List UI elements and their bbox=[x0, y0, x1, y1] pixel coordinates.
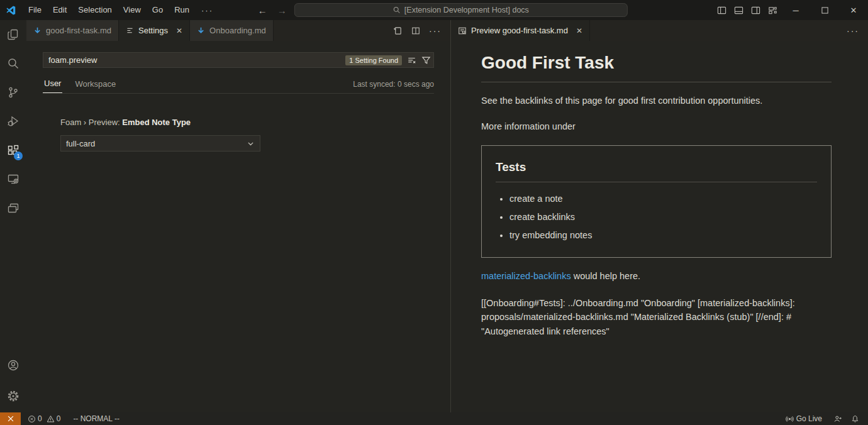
preview-paragraph: See the backlinks of this page for good … bbox=[481, 94, 832, 108]
command-center-search[interactable]: [Extension Development Host] docs bbox=[294, 3, 628, 17]
vim-mode-indicator[interactable]: -- NORMAL -- bbox=[69, 412, 123, 425]
materialized-backlinks-link[interactable]: materialized-backlinks bbox=[481, 271, 571, 281]
go-live-button[interactable]: Go Live bbox=[782, 412, 826, 425]
menu-view[interactable]: View bbox=[118, 0, 147, 20]
settings-list-icon bbox=[126, 26, 134, 35]
statusbar: 0 0 -- NORMAL -- Go Live bbox=[0, 412, 868, 425]
error-count: 0 bbox=[38, 414, 42, 423]
open-settings-json-icon[interactable] bbox=[393, 26, 403, 35]
feedback-icon[interactable] bbox=[830, 412, 846, 425]
account-icon[interactable] bbox=[0, 351, 26, 380]
markdown-preview-content: Good First Task See the backlinks of thi… bbox=[451, 41, 868, 338]
list-item: create backlinks bbox=[509, 211, 817, 224]
search-icon bbox=[393, 6, 401, 14]
close-window-button[interactable]: ✕ bbox=[839, 0, 868, 20]
clear-filters-icon[interactable] bbox=[407, 56, 416, 65]
maximize-button[interactable] bbox=[810, 0, 839, 20]
extensions-badge: 1 bbox=[14, 152, 23, 160]
activity-bar: 1 bbox=[0, 20, 26, 412]
settings-found-badge: 1 Setting Found bbox=[345, 55, 402, 65]
filter-icon[interactable] bbox=[421, 56, 431, 65]
embedded-note-card: Tests create a note create backlinks try… bbox=[481, 145, 832, 258]
list-item: create a note bbox=[509, 192, 817, 206]
tab-settings[interactable]: Settings ✕ bbox=[119, 20, 190, 41]
windows-icon[interactable] bbox=[0, 194, 26, 223]
go-live-label: Go Live bbox=[796, 414, 822, 423]
titlebar: File Edit Selection View Go Run ··· ← → … bbox=[0, 0, 868, 20]
menu-file[interactable]: File bbox=[23, 0, 47, 20]
embedded-note-list: create a note create backlinks try embed… bbox=[509, 192, 817, 242]
menu-selection[interactable]: Selection bbox=[72, 0, 117, 20]
minimize-button[interactable]: ─ bbox=[781, 0, 810, 20]
tab-label: Settings bbox=[138, 26, 168, 35]
tab-label: Onboarding.md bbox=[209, 26, 266, 35]
preview-icon bbox=[458, 26, 467, 35]
gear-icon[interactable] bbox=[0, 380, 26, 412]
page-title: Good First Task bbox=[481, 50, 832, 82]
vim-mode-label: -- NORMAL -- bbox=[73, 414, 120, 423]
source-control-icon[interactable] bbox=[0, 78, 26, 107]
settings-search-widgets: 1 Setting Found bbox=[345, 52, 431, 68]
setting-name: Embed Note Type bbox=[122, 118, 191, 127]
extensions-icon[interactable]: 1 bbox=[0, 136, 26, 165]
settings-scope-row: User Workspace Last synced: 0 secs ago bbox=[43, 75, 434, 94]
settings-body: 1 Setting Found User Workspace Last sync… bbox=[26, 41, 450, 152]
tab-label: good-first-task.md bbox=[46, 26, 111, 35]
left-tabstrip: good-first-task.md Settings ✕ Onboarding… bbox=[26, 20, 450, 41]
files-icon[interactable] bbox=[0, 20, 26, 49]
embedded-note-heading: Tests bbox=[496, 158, 817, 183]
more-actions-icon[interactable]: ··· bbox=[847, 26, 859, 36]
run-debug-icon[interactable] bbox=[0, 107, 26, 136]
notifications-bell-icon[interactable] bbox=[847, 412, 863, 425]
preview-paragraph: More information under bbox=[481, 120, 832, 134]
markdown-preview-pane: Preview good-first-task.md ✕ ··· Good Fi… bbox=[451, 20, 868, 412]
editor-actions: ··· bbox=[393, 20, 450, 41]
tab-preview-good-first-task[interactable]: Preview good-first-task.md ✕ bbox=[451, 20, 590, 41]
problems-indicator[interactable]: 0 0 bbox=[24, 412, 64, 425]
setting-title: Foam › Preview: Embed Note Type bbox=[60, 118, 434, 127]
customize-layout-icon[interactable] bbox=[764, 0, 781, 20]
tab-onboarding[interactable]: Onboarding.md bbox=[190, 20, 274, 41]
markdown-icon bbox=[33, 26, 42, 35]
close-tab-icon[interactable]: ✕ bbox=[176, 26, 182, 35]
split-editor-icon[interactable] bbox=[411, 26, 420, 35]
markdown-icon bbox=[197, 26, 205, 35]
menu-run[interactable]: Run bbox=[169, 0, 195, 20]
right-tabstrip: Preview good-first-task.md ✕ ··· bbox=[451, 20, 868, 41]
toggle-sidebar-icon[interactable] bbox=[713, 0, 730, 20]
workbench: 1 good-first-task.md bbox=[0, 20, 868, 412]
link-references-text: [[Onboarding#Tests]: ../Onboarding.md "O… bbox=[481, 296, 832, 338]
back-arrow-icon[interactable]: ← bbox=[255, 5, 270, 16]
search-icon[interactable] bbox=[0, 49, 26, 78]
link-suffix-text: would help here. bbox=[571, 271, 640, 281]
settings-editor-pane: good-first-task.md Settings ✕ Onboarding… bbox=[26, 20, 450, 412]
scope-tab-user[interactable]: User bbox=[43, 79, 62, 93]
chevron-down-icon bbox=[247, 140, 255, 148]
embed-note-type-select[interactable]: full-card bbox=[60, 135, 260, 152]
list-item: try embedding notes bbox=[509, 229, 817, 243]
menu-overflow-button[interactable]: ··· bbox=[195, 6, 220, 15]
command-center-label: [Extension Development Host] docs bbox=[404, 6, 529, 14]
preview-paragraph: materialized-backlinks would help here. bbox=[481, 270, 832, 284]
setting-item-embed-note-type: Foam › Preview: Embed Note Type full-car… bbox=[60, 118, 434, 152]
preview-editor-actions: ··· bbox=[847, 20, 868, 41]
tab-good-first-task[interactable]: good-first-task.md bbox=[26, 20, 119, 41]
toggle-secondary-sidebar-icon[interactable] bbox=[747, 0, 764, 20]
more-actions-icon[interactable]: ··· bbox=[429, 26, 442, 36]
remote-indicator[interactable] bbox=[0, 412, 21, 425]
remote-explorer-icon[interactable] bbox=[0, 165, 26, 194]
menu-go[interactable]: Go bbox=[147, 0, 169, 20]
tab-label: Preview good-first-task.md bbox=[471, 26, 568, 35]
toggle-panel-icon[interactable] bbox=[730, 0, 747, 20]
forward-arrow-icon[interactable]: → bbox=[275, 5, 289, 16]
setting-category: Foam › Preview: bbox=[60, 118, 122, 127]
statusbar-right: Go Live bbox=[782, 412, 868, 425]
close-tab-icon[interactable]: ✕ bbox=[576, 26, 582, 35]
warning-count: 0 bbox=[57, 414, 61, 423]
settings-search-row: 1 Setting Found bbox=[43, 52, 434, 68]
menu-edit[interactable]: Edit bbox=[47, 0, 72, 20]
last-synced-label: Last synced: 0 secs ago bbox=[353, 80, 434, 93]
vscode-logo-icon bbox=[6, 5, 16, 16]
scope-tab-workspace[interactable]: Workspace bbox=[74, 79, 117, 93]
select-value: full-card bbox=[66, 139, 95, 148]
